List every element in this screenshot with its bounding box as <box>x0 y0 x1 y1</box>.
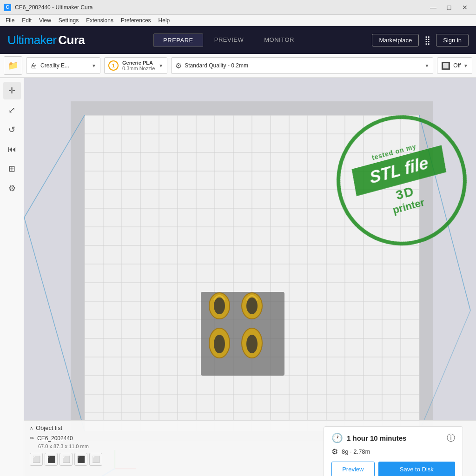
window-title: CE6_2002440 - Ultimaker Cura <box>15 4 93 11</box>
print-material-row: ⚙ 8g · 2.78m <box>331 447 455 456</box>
support-icon: 🔲 <box>441 61 450 70</box>
nozzle-material: Generic PLA <box>122 60 155 66</box>
svg-point-46 <box>214 335 225 353</box>
object-cube-icon-5[interactable]: ⬜ <box>89 453 102 466</box>
move-icon: ✛ <box>8 86 15 96</box>
mirror-icon: ⏮ <box>8 145 16 154</box>
bottom-panel: ∧ Object list ✏ CE6_2002440 67.0 x 87.3 … <box>24 420 476 476</box>
menu-preferences[interactable]: Preferences <box>117 16 155 25</box>
object-info: ∧ Object list ✏ CE6_2002440 67.0 x 87.3 … <box>30 424 324 466</box>
app-logo: Ultimaker Cura <box>7 33 85 47</box>
move-tool-button[interactable]: ✛ <box>3 82 21 99</box>
close-button[interactable]: ✕ <box>457 2 472 13</box>
info-icon[interactable]: ⓘ <box>447 432 455 443</box>
tab-monitor[interactable]: MONITOR <box>255 33 304 47</box>
quality-dropdown-arrow: ▼ <box>424 63 429 68</box>
title-bar: C CE6_2002440 - Ultimaker Cura — □ ✕ <box>0 0 476 15</box>
window-controls: — □ ✕ <box>426 2 472 13</box>
menu-view[interactable]: View <box>35 16 55 25</box>
object-cube-icon-4[interactable]: ⬛ <box>74 453 87 466</box>
logo-ultimaker: Ultimaker <box>7 33 56 47</box>
object-name: CE6_2002440 <box>37 435 73 442</box>
object-cube-icon-2[interactable]: ⬛ <box>45 453 58 466</box>
support-tool-icon: ⚙ <box>8 183 16 193</box>
marketplace-button[interactable]: Marketplace <box>372 34 419 46</box>
tab-prepare[interactable]: PREPARE <box>153 33 203 47</box>
logo-cura: Cura <box>58 33 85 47</box>
save-to-disk-button[interactable]: Save to Disk <box>378 462 455 476</box>
minimize-button[interactable]: — <box>426 2 441 13</box>
mirror-tool-button[interactable]: ⏮ <box>3 140 21 158</box>
preview-button[interactable]: Preview <box>331 462 375 476</box>
svg-point-48 <box>246 335 258 353</box>
quality-selector[interactable]: ⚙ Standard Quality - 0.2mm ▼ <box>171 57 433 74</box>
folder-icon: 📁 <box>8 60 18 71</box>
support-label: Off <box>453 62 461 69</box>
viewport[interactable]: tested on my STL file 3D printer ∧ Objec… <box>24 78 476 476</box>
material-label: 8g · 2.78m <box>342 448 370 455</box>
support-selector[interactable]: 🔲 Off ▼ <box>437 57 472 74</box>
object-list-label: Object list <box>36 424 62 431</box>
grid-icon[interactable]: ⣿ <box>423 33 432 47</box>
header-right: Marketplace ⣿ Sign in <box>372 33 469 47</box>
group-icon: ⊞ <box>8 164 15 174</box>
object-list-header[interactable]: ∧ Object list <box>30 424 324 431</box>
nozzle-dropdown-arrow: ▼ <box>159 63 163 68</box>
open-folder-button[interactable]: 📁 <box>4 56 22 75</box>
main-content: ✛ ⤢ ↺ ⏮ ⊞ ⚙ <box>0 78 476 476</box>
printer-name: Creality E... <box>40 62 69 69</box>
menu-extensions[interactable]: Extensions <box>82 16 117 25</box>
nozzle-info: Generic PLA 0.3mm Nozzle <box>122 60 155 71</box>
menu-edit[interactable]: Edit <box>18 16 35 25</box>
quality-icon: ⚙ <box>175 61 182 70</box>
svg-point-44 <box>246 298 258 314</box>
left-sidebar: ✛ ⤢ ↺ ⏮ ⊞ ⚙ <box>0 78 24 476</box>
chevron-up-icon: ∧ <box>30 425 33 430</box>
menu-settings[interactable]: Settings <box>55 16 82 25</box>
rotate-tool-button[interactable]: ↺ <box>3 121 21 139</box>
maximize-button[interactable]: □ <box>442 2 456 13</box>
nozzle-number-icon: 1 <box>108 60 119 71</box>
quality-label: Standard Quality - 0.2mm <box>185 62 248 69</box>
app-header: Ultimaker Cura PREPARE PREVIEW MONITOR M… <box>0 26 476 54</box>
rotate-icon: ↺ <box>8 125 15 135</box>
group-tool-button[interactable]: ⊞ <box>3 160 21 178</box>
material-icon: ⚙ <box>331 447 338 456</box>
menu-bar: File Edit View Settings Extensions Prefe… <box>0 15 476 26</box>
nozzle-selector[interactable]: 1 Generic PLA 0.3mm Nozzle ▼ <box>104 57 167 74</box>
app-icon: C <box>4 4 11 11</box>
edit-icon: ✏ <box>30 435 34 442</box>
object-name-row: ✏ CE6_2002440 <box>30 435 324 442</box>
print-panel: 🕐 1 hour 10 minutes ⓘ ⚙ 8g · 2.78m Previ… <box>324 426 463 476</box>
clock-icon: 🕐 <box>331 432 343 443</box>
printer-dropdown-arrow: ▼ <box>92 63 96 68</box>
print-actions: Preview Save to Disk <box>331 462 455 476</box>
object-cube-icon-3[interactable]: ⬜ <box>60 453 73 466</box>
print-time-row: 🕐 1 hour 10 minutes ⓘ <box>331 432 455 443</box>
scale-icon: ⤢ <box>8 105 15 115</box>
toolbar: 📁 🖨 Creality E... ▼ 1 Generic PLA 0.3mm … <box>0 54 476 78</box>
menu-file[interactable]: File <box>2 16 18 25</box>
print-time-label: 1 hour 10 minutes <box>347 434 406 442</box>
object-dimensions: 67.0 x 87.3 x 11.0 mm <box>38 443 324 449</box>
printer-icon: 🖨 <box>30 61 38 70</box>
object-icons: ⬜ ⬛ ⬜ ⬛ ⬜ <box>30 453 324 466</box>
tab-preview[interactable]: PREVIEW <box>205 33 253 47</box>
svg-point-42 <box>214 298 225 314</box>
object-cube-icon-1[interactable]: ⬜ <box>30 453 43 466</box>
scale-tool-button[interactable]: ⤢ <box>3 101 21 119</box>
menu-help[interactable]: Help <box>155 16 174 25</box>
nozzle-size: 0.3mm Nozzle <box>122 66 155 71</box>
support-tool-button[interactable]: ⚙ <box>3 179 21 197</box>
nav-tabs: PREPARE PREVIEW MONITOR <box>153 33 304 47</box>
signin-button[interactable]: Sign in <box>436 34 469 46</box>
support-dropdown-arrow: ▼ <box>463 63 468 68</box>
printer-selector[interactable]: 🖨 Creality E... ▼ <box>26 57 100 74</box>
